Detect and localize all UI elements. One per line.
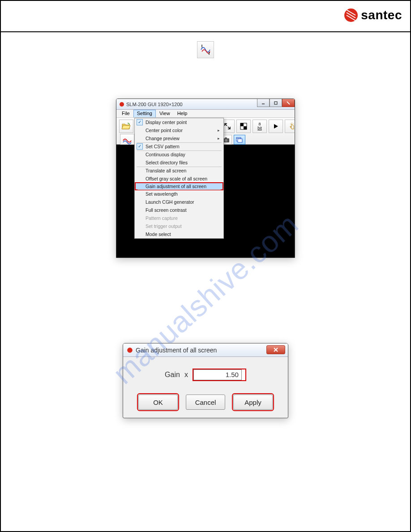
stack-icon: [235, 137, 244, 143]
cancel-button[interactable]: Cancel: [186, 395, 225, 410]
dd-label: Gain adjustment of all screen: [146, 184, 206, 189]
dd-label: Center point color: [146, 128, 183, 133]
main-window: SLM-200 GUI 1920×1200 File Setting View …: [116, 99, 295, 258]
play-button[interactable]: [269, 120, 283, 133]
gain-input-wrapper: 1.50: [193, 369, 246, 381]
app-icon: [119, 102, 124, 107]
svg-rect-11: [244, 126, 247, 129]
apply-button[interactable]: Apply: [233, 395, 273, 410]
dd-set-wavelength[interactable]: Set wavelength: [135, 190, 223, 198]
minimize-button[interactable]: [257, 99, 270, 107]
menu-bar[interactable]: File Setting View Help: [116, 110, 295, 118]
gain-label: Gain: [165, 371, 180, 379]
wave-icon: [122, 137, 132, 145]
wave-scale-icon: [199, 43, 212, 56]
svg-point-22: [127, 348, 133, 353]
maximize-button[interactable]: [270, 99, 282, 107]
menu-view[interactable]: View: [156, 110, 174, 117]
open-file-button[interactable]: [119, 120, 133, 133]
svg-marker-12: [274, 124, 278, 129]
submenu-arrow-icon: ▸: [218, 136, 220, 141]
dd-pattern-capture: Pattern capture: [135, 214, 223, 222]
menu-file[interactable]: File: [118, 110, 133, 117]
folder-open-icon: [121, 122, 131, 130]
svg-line-14: [290, 124, 291, 124]
dd-label: Set trigger output: [146, 223, 182, 229]
dd-gain-adjustment[interactable]: Gain adjustment of all screen: [135, 182, 223, 190]
window-titlebar[interactable]: SLM-200 GUI 1920×1200: [116, 99, 295, 110]
dd-select-directory-files[interactable]: Select directory files: [135, 159, 223, 167]
santec-logo-icon: [344, 8, 358, 22]
svg-point-4: [120, 102, 124, 107]
svg-point-18: [225, 139, 227, 142]
dd-label: Continuous display: [146, 152, 185, 157]
dd-label: Select directory files: [146, 160, 188, 165]
toolbar: 8bit ✓ Display center point Center point: [116, 118, 295, 145]
dialog-close-button[interactable]: [266, 345, 285, 354]
window-title: SLM-200 GUI 1920×1200: [126, 102, 183, 107]
bit-label-bit: bit: [257, 126, 262, 130]
submenu-arrow-icon: ▸: [218, 128, 220, 133]
checker-icon: [240, 122, 248, 130]
svg-rect-10: [240, 123, 244, 126]
dd-label: Translate all screen: [146, 168, 186, 173]
svg-line-8: [287, 102, 290, 104]
brand-name: santec: [361, 8, 402, 22]
dd-offset-gray-scale[interactable]: Offset gray scale of all screen: [135, 175, 223, 183]
dd-label: Mode select: [146, 232, 171, 237]
stack-button[interactable]: [234, 135, 245, 145]
dd-full-screen-contrast[interactable]: Full screen contrast: [135, 206, 223, 214]
menu-help[interactable]: Help: [174, 110, 191, 117]
app-icon: [127, 347, 133, 353]
svg-rect-17: [225, 137, 227, 139]
dd-change-preview[interactable]: Change preview ▸: [135, 134, 223, 142]
dd-translate-all-screen[interactable]: Translate all screen: [135, 167, 223, 175]
brand-logo: santec: [344, 8, 402, 22]
gain-toolbar-icon[interactable]: [197, 41, 214, 58]
bit-button[interactable]: 8bit: [253, 120, 267, 133]
dialog-titlebar[interactable]: Gain adjustment of all screen: [123, 343, 288, 357]
dd-label: Launch CGH generator: [146, 199, 194, 205]
dd-label: Offset gray scale of all screen: [146, 176, 207, 181]
dd-label: Change preview: [146, 136, 180, 141]
gain-x-label: x: [184, 371, 188, 379]
gain-input[interactable]: 1.50: [193, 369, 242, 380]
ok-button[interactable]: OK: [138, 395, 178, 410]
svg-rect-6: [274, 102, 277, 104]
dd-display-center-point[interactable]: ✓ Display center point: [135, 118, 223, 126]
svg-rect-20: [238, 139, 242, 142]
dd-continuous-display[interactable]: Continuous display: [135, 150, 223, 159]
click-button[interactable]: [285, 120, 295, 133]
check-icon: ✓: [137, 119, 143, 125]
gain-dialog: Gain adjustment of all screen Gain x 1.5…: [123, 343, 288, 418]
expand-icon: [223, 122, 231, 130]
svg-line-15: [293, 124, 294, 124]
dd-label: Set CSV pattern: [146, 144, 180, 149]
menu-setting[interactable]: Setting: [133, 110, 156, 117]
dd-launch-cgh-generator[interactable]: Launch CGH generator: [135, 198, 223, 206]
dd-label: Full screen contrast: [146, 207, 187, 213]
dd-set-csv-pattern[interactable]: ✓ Set CSV pattern: [135, 142, 223, 150]
checker-button[interactable]: [236, 120, 251, 133]
close-button[interactable]: [282, 99, 295, 107]
dialog-title: Gain adjustment of all screen: [136, 347, 217, 354]
setting-dropdown: ✓ Display center point Center point colo…: [134, 118, 224, 239]
dd-mode-select[interactable]: Mode select: [135, 230, 223, 238]
hand-click-icon: [288, 122, 295, 130]
play-icon: [273, 123, 279, 129]
dd-label: Set wavelength: [146, 191, 178, 197]
close-icon: [273, 347, 278, 352]
dd-set-trigger-output: Set trigger output: [135, 222, 223, 230]
page-header: santec: [1, 1, 410, 32]
dd-label: Display center point: [146, 120, 187, 125]
check-icon: ✓: [137, 143, 143, 150]
dd-center-point-color[interactable]: Center point color ▸: [135, 126, 223, 134]
dd-label: Pattern capture: [146, 215, 178, 221]
